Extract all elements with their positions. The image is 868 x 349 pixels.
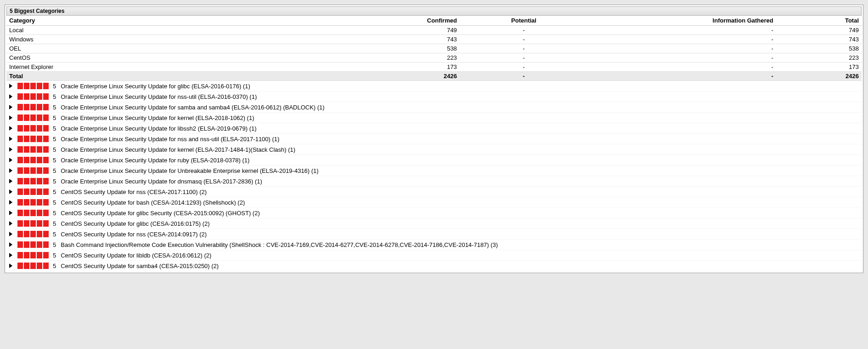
expand-icon[interactable] (9, 84, 12, 88)
expand-icon[interactable] (9, 242, 12, 247)
severity-level: 5 (53, 93, 56, 100)
vulnerability-row[interactable]: 5Oracle Enterprise Linux Security Update… (6, 134, 862, 144)
severity-brick-icon (30, 209, 36, 217)
severity-level: 5 (53, 83, 56, 90)
vulnerability-title: Oracle Enterprise Linux Security Update … (61, 104, 859, 111)
severity-brick-icon (23, 209, 30, 217)
severity-brick-icon (36, 167, 43, 174)
expand-icon[interactable] (9, 105, 12, 109)
severity-brick-icon (36, 199, 43, 206)
category-potential: - (460, 44, 588, 53)
vulnerability-row[interactable]: 5Oracle Enterprise Linux Security Update… (6, 92, 862, 102)
expand-icon[interactable] (9, 253, 12, 257)
severity-level: 5 (53, 114, 56, 121)
severity-brick-icon (30, 156, 36, 164)
category-confirmed: 749 (332, 26, 460, 35)
expand-icon[interactable] (9, 189, 12, 194)
severity-level: 5 (53, 157, 56, 164)
vulnerability-title: Oracle Enterprise Linux Security Update … (61, 114, 859, 121)
vulnerability-row[interactable]: 5CentOS Security Update for nss (CESA-20… (6, 229, 862, 240)
severity-level: 5 (53, 241, 56, 248)
expand-icon[interactable] (9, 200, 12, 205)
severity-brick-icon (43, 125, 49, 132)
expand-icon[interactable] (9, 263, 12, 268)
vulnerability-row[interactable]: 5Oracle Enterprise Linux Security Update… (6, 144, 862, 155)
vulnerability-row[interactable]: 5CentOS Security Update for libldb (CESA… (6, 250, 862, 261)
severity-brick-icon (23, 125, 30, 132)
severity-brick-icon (43, 135, 49, 143)
vulnerability-row[interactable]: 5Oracle Enterprise Linux Security Update… (6, 155, 862, 166)
panel-title: 5 Biggest Categories (6, 6, 862, 16)
severity-level: 5 (53, 167, 56, 174)
severity-brick-icon (43, 177, 49, 185)
severity-brick-icon (23, 241, 30, 248)
expand-icon[interactable] (9, 94, 12, 99)
severity-brick-icon (17, 93, 23, 100)
severity-brick-icon (17, 188, 23, 195)
vulnerability-row[interactable]: 5Oracle Enterprise Linux Security Update… (6, 81, 862, 92)
category-name: Local (6, 26, 332, 35)
severity-brick-icon (23, 167, 30, 174)
severity-brick-icon (17, 220, 23, 227)
expand-icon[interactable] (9, 137, 12, 141)
expand-icon[interactable] (9, 158, 12, 162)
category-total: 223 (776, 53, 862, 63)
severity-brick-icon (36, 93, 43, 100)
severity-bar (17, 188, 49, 195)
severity-level: 5 (53, 263, 56, 269)
vulnerability-row[interactable]: 5Bash Command Injection/Remote Code Exec… (6, 240, 862, 250)
table-row: Internet Explorer173--173 (6, 63, 862, 72)
expand-icon[interactable] (9, 147, 12, 152)
severity-brick-icon (23, 230, 30, 238)
expand-icon[interactable] (9, 211, 12, 215)
severity-brick-icon (36, 177, 43, 185)
severity-brick-icon (36, 146, 43, 153)
severity-brick-icon (17, 177, 23, 185)
severity-brick-icon (30, 125, 36, 132)
vulnerability-row[interactable]: 5Oracle Enterprise Linux Security Update… (6, 102, 862, 113)
severity-brick-icon (23, 188, 30, 195)
severity-brick-icon (43, 103, 49, 111)
severity-bar (17, 199, 49, 206)
vulnerability-row[interactable]: 5Oracle Enterprise Linux Security Update… (6, 176, 862, 187)
severity-bar (17, 241, 49, 248)
vulnerability-row[interactable]: 5Oracle Enterprise Linux Security Update… (6, 113, 862, 123)
severity-level: 5 (53, 146, 56, 153)
severity-brick-icon (30, 93, 36, 100)
category-confirmed: 173 (332, 63, 460, 72)
vulnerability-title: CentOS Security Update for glibc Securit… (61, 210, 859, 217)
expand-icon[interactable] (9, 179, 12, 183)
severity-brick-icon (30, 220, 36, 227)
severity-brick-icon (30, 114, 36, 121)
expand-icon[interactable] (9, 126, 12, 131)
vulnerability-row[interactable]: 5CentOS Security Update for bash (CESA-2… (6, 197, 862, 208)
vulnerability-title: CentOS Security Update for samba4 (CESA-… (61, 263, 859, 269)
expand-icon[interactable] (9, 115, 12, 120)
vulnerability-row[interactable]: 5CentOS Security Update for glibc Securi… (6, 208, 862, 218)
severity-brick-icon (23, 252, 30, 259)
severity-brick-icon (23, 177, 30, 185)
vulnerability-title: Bash Command Injection/Remote Code Execu… (61, 241, 859, 248)
severity-bar (17, 209, 49, 217)
severity-level: 5 (53, 189, 56, 195)
category-potential: - (460, 63, 588, 72)
vulnerability-title: Oracle Enterprise Linux Security Update … (61, 167, 859, 174)
severity-brick-icon (43, 241, 49, 248)
vulnerability-row[interactable]: 5Oracle Enterprise Linux Security Update… (6, 123, 862, 134)
severity-brick-icon (43, 146, 49, 153)
severity-brick-icon (23, 135, 30, 143)
severity-brick-icon (17, 262, 23, 269)
severity-brick-icon (17, 241, 23, 248)
vulnerability-row[interactable]: 5Oracle Enterprise Linux Security Update… (6, 166, 862, 176)
severity-brick-icon (17, 230, 23, 238)
severity-brick-icon (36, 114, 43, 121)
category-total: 749 (776, 26, 862, 35)
vulnerability-row[interactable]: 5CentOS Security Update for samba4 (CESA… (6, 261, 862, 271)
expand-icon[interactable] (9, 232, 12, 236)
vulnerability-row[interactable]: 5CentOS Security Update for glibc (CESA-… (6, 218, 862, 229)
expand-icon[interactable] (9, 168, 12, 173)
severity-brick-icon (17, 209, 23, 217)
vulnerability-row[interactable]: 5CentOS Security Update for nss (CESA-20… (6, 187, 862, 197)
expand-icon[interactable] (9, 221, 12, 226)
vulnerability-title: CentOS Security Update for nss (CESA-201… (61, 231, 859, 238)
